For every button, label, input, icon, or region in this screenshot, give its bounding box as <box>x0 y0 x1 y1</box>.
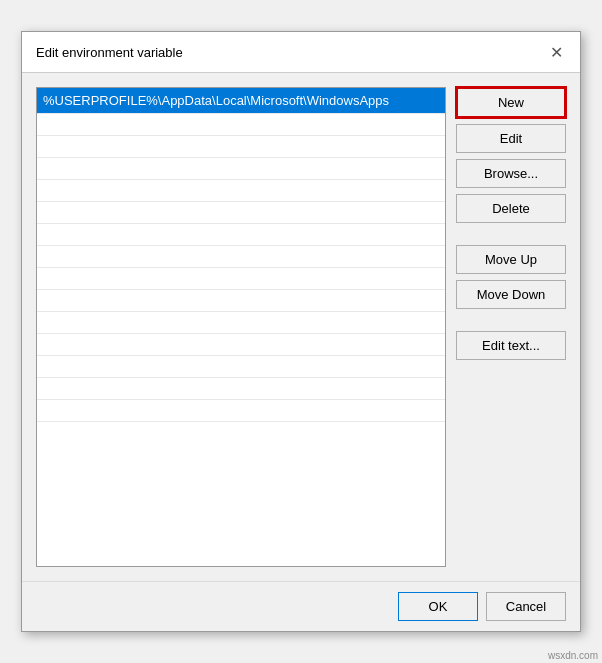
spacer1 <box>456 229 566 239</box>
list-item[interactable] <box>37 378 445 400</box>
ok-button[interactable]: OK <box>398 592 478 621</box>
edit-button[interactable]: Edit <box>456 124 566 153</box>
list-item[interactable]: %USERPROFILE%\AppData\Local\Microsoft\Wi… <box>37 88 445 114</box>
env-var-list[interactable]: %USERPROFILE%\AppData\Local\Microsoft\Wi… <box>36 87 446 567</box>
list-item[interactable] <box>37 334 445 356</box>
watermark: wsxdn.com <box>548 650 598 661</box>
action-buttons: New Edit Browse... Delete Move Up Move D… <box>456 87 566 567</box>
list-item[interactable] <box>37 290 445 312</box>
dialog-content: %USERPROFILE%\AppData\Local\Microsoft\Wi… <box>22 73 580 581</box>
spacer2 <box>456 315 566 325</box>
list-item[interactable] <box>37 180 445 202</box>
cancel-button[interactable]: Cancel <box>486 592 566 621</box>
title-bar: Edit environment variable ✕ <box>22 32 580 73</box>
list-item[interactable] <box>37 114 445 136</box>
list-item[interactable] <box>37 246 445 268</box>
dialog-footer: OK Cancel <box>22 581 580 631</box>
list-item[interactable] <box>37 224 445 246</box>
move-up-button[interactable]: Move Up <box>456 245 566 274</box>
list-item[interactable] <box>37 312 445 334</box>
new-button[interactable]: New <box>456 87 566 118</box>
edit-text-button[interactable]: Edit text... <box>456 331 566 360</box>
list-item[interactable] <box>37 202 445 224</box>
edit-env-var-dialog: Edit environment variable ✕ %USERPROFILE… <box>21 31 581 632</box>
close-button[interactable]: ✕ <box>546 42 566 62</box>
delete-button[interactable]: Delete <box>456 194 566 223</box>
move-down-button[interactable]: Move Down <box>456 280 566 309</box>
list-item[interactable] <box>37 158 445 180</box>
dialog-title: Edit environment variable <box>36 45 183 60</box>
list-item[interactable] <box>37 268 445 290</box>
list-item[interactable] <box>37 400 445 422</box>
browse-button[interactable]: Browse... <box>456 159 566 188</box>
list-item[interactable] <box>37 356 445 378</box>
list-item[interactable] <box>37 136 445 158</box>
